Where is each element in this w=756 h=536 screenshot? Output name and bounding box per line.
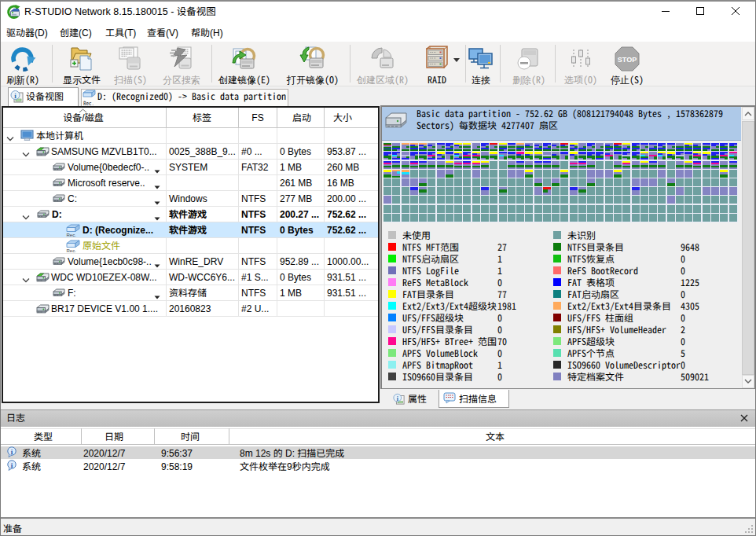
svg-text:Rec.: Rec. [67,248,77,253]
svg-text:STOP: STOP [618,56,637,64]
svg-text:Rec.: Rec. [67,233,77,237]
